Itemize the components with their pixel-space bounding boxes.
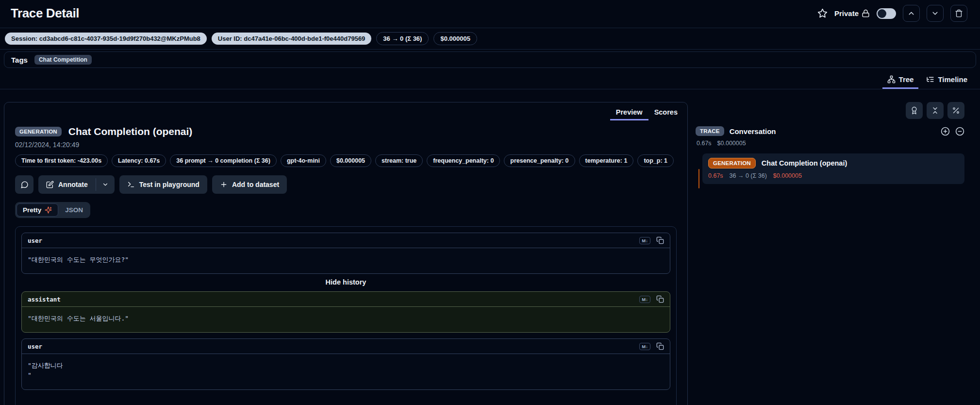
view-tabs: Tree Timeline (0, 71, 980, 89)
header-actions: Private (817, 5, 967, 22)
tree-icon (887, 75, 896, 84)
tag-chip[interactable]: Chat Competition (34, 55, 92, 65)
collapse-all-button[interactable] (927, 102, 944, 119)
observation-panel: Preview Scores GENERATION Chat Completio… (4, 102, 688, 405)
message-content: "대한민국의 수도는 무엇인가요?" (22, 248, 670, 273)
trace-type-badge: TRACE (696, 126, 724, 136)
generation-latency: 0.67s (708, 172, 723, 179)
panel-tabs: Preview Scores (610, 105, 683, 120)
observation-title: Chat Completion (openai) (68, 126, 193, 137)
scores-award-button[interactable] (906, 102, 923, 119)
tree-controls (696, 102, 964, 119)
tab-timeline[interactable]: Timeline (921, 71, 972, 89)
pretty-label: Pretty (23, 206, 41, 214)
add-to-dataset-button[interactable]: Add to dataset (212, 175, 287, 194)
next-trace-button[interactable] (927, 5, 944, 22)
markdown-toggle-icon[interactable]: M↓ (639, 343, 650, 350)
temperature-pill: temperature: 1 (579, 154, 634, 167)
previous-trace-button[interactable] (903, 5, 920, 22)
generation-tokens: 36 → 0 (Σ 36) (730, 172, 767, 179)
header: Trace Detail Private (0, 0, 980, 28)
dataset-label: Add to dataset (232, 181, 279, 188)
time-to-first-token-pill: Time to first token: -423.00s (15, 154, 108, 167)
copy-icon[interactable] (656, 342, 664, 350)
trace-meta-row: Session: cd3abcd6-c81c-4037-935d-19d9f27… (0, 28, 980, 49)
annotate-dropdown-button[interactable] (96, 175, 115, 194)
message-role: assistant (28, 296, 61, 303)
message-content: "대한민국의 수도는 서울입니다." (22, 307, 670, 332)
trace-metrics: 0.67s $0.000005 (697, 140, 964, 147)
pretty-toggle[interactable]: Pretty (17, 203, 58, 217)
expand-plus-icon[interactable] (941, 127, 950, 136)
sparkles-icon (45, 206, 52, 214)
token-usage-badge: 36 → 0 (Σ 36) (376, 32, 429, 45)
user-id-badge[interactable]: User ID: dc47a41e-06bc-400d-bde1-f0e440d… (212, 33, 372, 45)
playground-label: Test in playground (139, 181, 199, 188)
trace-detail-page: { "header": { "title": "Trace Detail", "… (0, 0, 980, 405)
edit-pencil-icon (46, 181, 54, 188)
markdown-toggle-icon[interactable]: M↓ (639, 296, 650, 303)
generation-node-header: GENERATION Chat Completion (openai) (708, 158, 959, 169)
message-header: assistant M↓ (22, 292, 670, 307)
page-title: Trace Detail (11, 6, 79, 21)
model-pill[interactable]: gpt-4o-mini (281, 154, 326, 167)
message-tools: M↓ (639, 342, 664, 350)
timeline-icon (926, 75, 934, 84)
spacer (21, 333, 670, 338)
message-tools: M↓ (639, 295, 664, 303)
collapse-minus-icon[interactable] (955, 127, 964, 136)
metric-pills: Time to first token: -423.00s Latency: 0… (15, 154, 675, 167)
metrics-percent-button[interactable] (947, 102, 964, 119)
json-toggle[interactable]: JSON (59, 204, 89, 216)
tree-node-generation[interactable]: GENERATION Chat Completion (openai) 0.67… (702, 153, 964, 184)
chat-bubble-icon (20, 181, 29, 189)
tree-connector-line (698, 169, 699, 188)
test-in-playground-button[interactable]: Test in playground (119, 175, 207, 194)
tree-node-trace[interactable]: TRACE Conversation (696, 126, 964, 136)
terminal-icon (127, 181, 135, 188)
trace-cost: $0.000005 (717, 140, 746, 147)
markdown-toggle-icon[interactable]: M↓ (639, 237, 650, 244)
annotate-split-button: Annotate (38, 175, 115, 194)
message-header: user M↓ (22, 233, 670, 248)
plus-icon (220, 181, 228, 188)
frequency-penalty-pill: frequency_penalty: 0 (427, 154, 500, 167)
fold-vertical-icon (931, 106, 939, 115)
generation-type-badge: GENERATION (708, 158, 756, 169)
comment-button[interactable] (15, 175, 33, 194)
observation-header: GENERATION Chat Completion (openai) (15, 126, 677, 137)
observation-timestamp: 02/12/2024, 14:20:49 (15, 141, 677, 149)
copy-icon[interactable] (656, 236, 664, 244)
session-badge[interactable]: Session: cd3abcd6-c81c-4037-935d-19d9f27… (5, 33, 207, 45)
toggle-knob (878, 9, 886, 18)
privacy-status: Private (834, 9, 870, 17)
delete-trace-button[interactable] (950, 5, 967, 22)
format-toggle: Pretty JSON (15, 202, 90, 218)
public-sharing-toggle[interactable] (877, 8, 896, 19)
trace-title: Conversation (730, 127, 776, 135)
tab-tree-label: Tree (899, 75, 914, 84)
tab-tree[interactable]: Tree (882, 71, 919, 89)
generation-node-title: Chat Completion (openai) (762, 159, 847, 167)
hide-history-button[interactable]: Hide history (21, 274, 670, 291)
message-user-2: user M↓ "감사합니다 " (21, 338, 670, 389)
tab-preview[interactable]: Preview (610, 105, 648, 120)
message-tools: M↓ (639, 236, 664, 244)
top-p-pill: top_p: 1 (637, 154, 674, 167)
bookmark-star-icon[interactable] (817, 8, 828, 18)
generation-cost: $0.000005 (773, 172, 802, 179)
chevron-down-icon (102, 181, 109, 188)
presence-penalty-pill: presence_penalty: 0 (504, 154, 575, 167)
tab-scores[interactable]: Scores (648, 105, 683, 120)
annotate-button[interactable]: Annotate (38, 175, 96, 194)
divider (0, 49, 980, 50)
message-assistant: assistant M↓ "대한민국의 수도는 서울입니다." (21, 291, 670, 333)
trace-tree-panel: TRACE Conversation 0.67s $0.000005 GENER… (696, 102, 970, 184)
privacy-label: Private (834, 9, 859, 17)
message-role: user (28, 343, 42, 350)
copy-icon[interactable] (656, 295, 664, 303)
token-breakdown-pill: 36 prompt → 0 completion (Σ 36) (170, 154, 277, 167)
latency-pill: Latency: 0.67s (112, 154, 166, 167)
total-cost-badge: $0.000005 (433, 32, 477, 45)
tags-bar[interactable]: Tags Chat Competition (4, 51, 976, 68)
